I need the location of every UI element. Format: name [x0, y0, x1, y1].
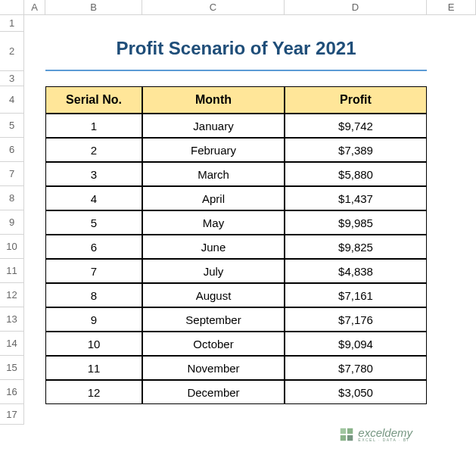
table-cell-serial[interactable]: 1 — [45, 114, 142, 138]
table-cell-month[interactable]: May — [142, 210, 285, 235]
corner-cell — [0, 0, 24, 15]
row-header-2[interactable]: 2 — [0, 32, 24, 71]
table-cell-month[interactable]: December — [142, 380, 285, 404]
table-cell-month[interactable]: January — [142, 114, 285, 138]
column-header-E[interactable]: E — [427, 0, 476, 15]
table-header-profit[interactable]: Profit — [285, 86, 427, 114]
watermark-icon — [338, 426, 355, 443]
table-cell-profit[interactable]: $7,176 — [285, 307, 427, 332]
table-cell-serial[interactable]: 8 — [45, 283, 142, 307]
table-cell-month[interactable]: August — [142, 283, 285, 307]
table-cell-serial[interactable]: 12 — [45, 380, 142, 404]
table-cell-profit[interactable]: $7,161 — [285, 283, 427, 307]
svg-rect-2 — [341, 435, 346, 441]
table-cell-serial[interactable]: 11 — [45, 356, 142, 380]
table-cell-profit[interactable]: $9,985 — [285, 210, 427, 235]
table-cell-serial[interactable]: 4 — [45, 186, 142, 210]
table-cell-month[interactable]: February — [142, 138, 285, 162]
row-header-17[interactable]: 17 — [0, 404, 24, 425]
table-cell-month[interactable]: November — [142, 356, 285, 380]
table-cell-month[interactable]: April — [142, 186, 285, 210]
row-header-10[interactable]: 10 — [0, 235, 24, 259]
row-header-11[interactable]: 11 — [0, 259, 24, 283]
table-cell-profit[interactable]: $9,825 — [285, 235, 427, 259]
table-cell-profit[interactable]: $7,780 — [285, 356, 427, 380]
table-cell-serial[interactable]: 7 — [45, 259, 142, 283]
table-cell-profit[interactable]: $9,742 — [285, 114, 427, 138]
svg-rect-3 — [347, 435, 353, 441]
table-cell-serial[interactable]: 3 — [45, 162, 142, 186]
table-cell-profit[interactable]: $9,094 — [285, 332, 427, 356]
table-cell-profit[interactable]: $4,838 — [285, 259, 427, 283]
row-header-1[interactable]: 1 — [0, 15, 24, 32]
table-cell-serial[interactable]: 2 — [45, 138, 142, 162]
table-cell-month[interactable]: September — [142, 307, 285, 332]
row-header-5[interactable]: 5 — [0, 114, 24, 138]
watermark-sub: EXCEL · DATA · BI — [358, 438, 412, 442]
table-cell-profit[interactable]: $5,880 — [285, 162, 427, 186]
table-cell-serial[interactable]: 5 — [45, 210, 142, 235]
watermark-text: exceldemy EXCEL · DATA · BI — [358, 427, 412, 442]
table-cell-profit[interactable]: $1,437 — [285, 186, 427, 210]
row-header-7[interactable]: 7 — [0, 162, 24, 186]
table-cell-month[interactable]: July — [142, 259, 285, 283]
table-header-month[interactable]: Month — [142, 86, 285, 114]
table-header-serial[interactable]: Serial No. — [45, 86, 142, 114]
svg-rect-0 — [341, 428, 346, 434]
svg-rect-1 — [347, 428, 353, 434]
table-cell-profit[interactable]: $7,389 — [285, 138, 427, 162]
column-header-D[interactable]: D — [285, 0, 427, 15]
row-header-9[interactable]: 9 — [0, 210, 24, 235]
table-cell-month[interactable]: June — [142, 235, 285, 259]
row-header-6[interactable]: 6 — [0, 138, 24, 162]
watermark: exceldemy EXCEL · DATA · BI — [338, 426, 412, 443]
row-header-13[interactable]: 13 — [0, 307, 24, 332]
row-header-14[interactable]: 14 — [0, 332, 24, 356]
column-header-B[interactable]: B — [45, 0, 142, 15]
table-cell-month[interactable]: March — [142, 162, 285, 186]
table-cell-month[interactable]: October — [142, 332, 285, 356]
row-header-8[interactable]: 8 — [0, 186, 24, 210]
table-cell-serial[interactable]: 10 — [45, 332, 142, 356]
row-header-4[interactable]: 4 — [0, 86, 24, 114]
spreadsheet-grid: ABCDE1234567891011121314151617Profit Sce… — [0, 0, 476, 425]
row-header-3[interactable]: 3 — [0, 71, 24, 86]
table-cell-serial[interactable]: 9 — [45, 307, 142, 332]
watermark-main: exceldemy — [358, 427, 412, 438]
table-cell-profit[interactable]: $3,050 — [285, 380, 427, 404]
page-title: Profit Scenario of Year 2021 — [45, 32, 427, 71]
row-header-16[interactable]: 16 — [0, 380, 24, 404]
row-header-15[interactable]: 15 — [0, 356, 24, 380]
column-header-A[interactable]: A — [24, 0, 45, 15]
row-header-12[interactable]: 12 — [0, 283, 24, 307]
table-cell-serial[interactable]: 6 — [45, 235, 142, 259]
column-header-C[interactable]: C — [142, 0, 285, 15]
